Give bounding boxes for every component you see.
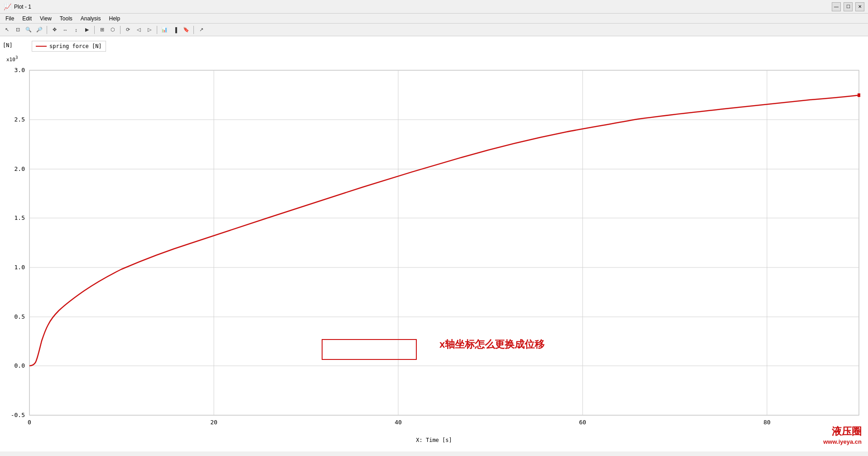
menu-tools[interactable]: Tools: [56, 15, 76, 23]
tool-back[interactable]: ◁: [134, 25, 144, 35]
tool-reset[interactable]: ⟳: [123, 25, 133, 35]
svg-text:0: 0: [28, 419, 31, 426]
toolbar: ↖ ⊡ 🔍 🔎 ✥ ↔ ↕ ▶ ⊞ ⬡ ⟳ ◁ ▷ 📊 ▐ 🔖 ↗: [0, 24, 868, 36]
menu-view[interactable]: View: [36, 15, 55, 23]
menu-file[interactable]: File: [2, 15, 18, 23]
annotation-box: [322, 339, 417, 360]
tool-grid[interactable]: ⊞: [97, 25, 107, 35]
chart-svg: .grid-line { stroke: #d0d0d0; stroke-wid…: [0, 36, 868, 451]
svg-text:2.5: 2.5: [14, 116, 25, 123]
close-button[interactable]: ✕: [855, 2, 864, 11]
tool-select[interactable]: ⬡: [108, 25, 118, 35]
title-bar-left: 📈 Plot - 1: [4, 3, 31, 10]
toolbar-sep-2: [94, 26, 95, 34]
svg-text:80: 80: [763, 419, 771, 426]
menu-bar: File Edit View Tools Analysis Help: [0, 14, 868, 24]
toolbar-sep-3: [120, 26, 121, 34]
svg-text:0.5: 0.5: [14, 313, 25, 320]
watermark-url: www.iyeya.cn: [823, 438, 862, 445]
tool-pan[interactable]: ✥: [49, 25, 59, 35]
menu-edit[interactable]: Edit: [19, 15, 35, 23]
watermark-text: 液压圈: [823, 425, 862, 438]
tool-forward[interactable]: ▷: [145, 25, 154, 35]
toolbar-sep-5: [193, 26, 194, 34]
right-edge-marker: [858, 93, 860, 97]
svg-text:1.5: 1.5: [14, 214, 25, 221]
svg-text:40: 40: [395, 419, 402, 426]
tool-pan-forward[interactable]: ▶: [82, 25, 92, 35]
svg-text:20: 20: [210, 419, 217, 426]
title-bar-controls: — ☐ ✕: [832, 2, 864, 11]
toolbar-sep-1: [47, 26, 47, 34]
tool-bookmark[interactable]: 🔖: [181, 25, 191, 35]
tool-bar-chart[interactable]: 📊: [159, 25, 169, 35]
tool-bar-chart2[interactable]: ▐: [170, 25, 180, 35]
plot-icon: 📈: [4, 3, 11, 10]
watermark: 液压圈 www.iyeya.cn: [823, 425, 862, 445]
svg-text:-0.5: -0.5: [11, 412, 25, 418]
x-axis-label: X: Time [s]: [416, 437, 452, 443]
svg-rect-0: [29, 70, 859, 415]
restore-button[interactable]: ☐: [844, 2, 853, 11]
svg-text:3.0: 3.0: [14, 67, 25, 73]
tool-pan-x[interactable]: ↔: [60, 25, 70, 35]
tool-pan-y[interactable]: ↕: [71, 25, 81, 35]
tool-zoom-region[interactable]: ⊡: [13, 25, 23, 35]
menu-analysis[interactable]: Analysis: [77, 15, 105, 23]
tool-export[interactable]: ↗: [196, 25, 206, 35]
annotation-text: x轴坐标怎么更换成位移: [439, 338, 545, 351]
plot-container: [N] x103 spring force [N] .grid-line { s…: [0, 36, 868, 451]
svg-text:1.0: 1.0: [14, 264, 25, 271]
svg-text:60: 60: [579, 419, 586, 426]
title-bar: 📈 Plot - 1 — ☐ ✕: [0, 0, 868, 14]
tool-arrow[interactable]: ↖: [2, 25, 12, 35]
svg-text:2.0: 2.0: [14, 165, 25, 172]
window-title: Plot - 1: [14, 4, 31, 10]
svg-text:0.0: 0.0: [14, 362, 25, 369]
tool-zoom-in[interactable]: 🔍: [24, 25, 34, 35]
minimize-button[interactable]: —: [832, 2, 841, 11]
menu-help[interactable]: Help: [106, 15, 124, 23]
tool-zoom-out[interactable]: 🔎: [34, 25, 44, 35]
toolbar-sep-4: [157, 26, 157, 34]
